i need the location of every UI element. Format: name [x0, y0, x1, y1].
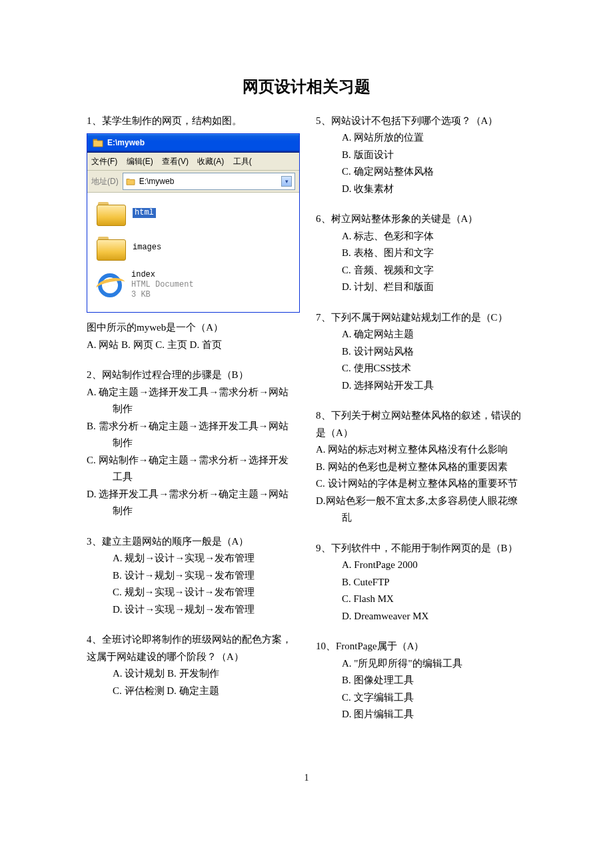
q1-options: A. 网站 B. 网页 C. 主页 D. 首页	[87, 337, 297, 354]
q1-prompt: 1、某学生制作的网页，结构如图。	[87, 113, 297, 130]
page-number: 1	[87, 770, 526, 786]
q5-opt-b: B. 版面设计	[342, 147, 526, 164]
question-5: 5、网站设计不包括下列哪个选项？（A） A. 网站所放的位置 B. 版面设计 C…	[316, 113, 526, 198]
q9-opt-a: A. FrontPage 2000	[342, 557, 526, 574]
xp-titlebar: E:\myweb	[87, 134, 299, 152]
menu-file: 文件(F)	[91, 157, 117, 166]
question-8: 8、下列关于树立网站整体风格的叙述，错误的是（A） A. 网站的标志对树立整体风…	[316, 407, 526, 527]
q9-options: A. FrontPage 2000 B. CuteFTP C. Flash MX…	[316, 557, 526, 625]
q7-opt-c: C. 使用CSS技术	[342, 360, 526, 377]
q10-prompt: 10、FrontPage属于（A）	[316, 638, 526, 655]
q8-opt-a: A. 网站的标志对树立整体风格没有什么影响	[342, 441, 526, 459]
q8-prompt: 8、下列关于树立网站整体风格的叙述，错误的是（A）	[316, 407, 526, 441]
folder-icon	[97, 201, 125, 225]
content-columns: 1、某学生制作的网页，结构如图。 E:\myweb 文件(F) 编辑(E) 查看…	[87, 113, 526, 737]
file-type: HTML Document	[131, 280, 194, 290]
menu-tools: 工具(	[233, 157, 252, 166]
q6-opt-c: C. 音频、视频和文字	[342, 262, 526, 279]
q9-prompt: 9、下列软件中，不能用于制作网页的是（B）	[316, 540, 526, 557]
xp-explorer-window: E:\myweb 文件(F) 编辑(E) 查看(V) 收藏(A) 工具( 地址(…	[87, 133, 300, 313]
q3-options: A. 规划→设计→实现→发布管理 B. 设计→规划→实现→发布管理 C. 规划→…	[87, 550, 297, 618]
q5-opt-d: D. 收集素材	[342, 181, 526, 198]
file-item-index: index HTML Document 3 KB	[97, 270, 293, 300]
menu-edit: 编辑(E)	[127, 157, 153, 166]
q6-opt-b: B. 表格、图片和文字	[342, 245, 526, 262]
q10-opt-c: C. 文字编辑工具	[342, 689, 526, 707]
q6-opt-d: D. 计划、栏目和版面	[342, 279, 526, 296]
q3-prompt: 3、建立主题网站的顺序一般是（A）	[87, 533, 297, 551]
file-name: html	[133, 208, 156, 218]
q2-opt-d: D. 选择开发工具→需求分析→确定主题→网站制作	[113, 486, 297, 520]
q9-opt-c: C. Flash MX	[342, 591, 526, 608]
q5-opt-c: C. 确定网站整体风格	[342, 163, 526, 181]
right-column: 5、网站设计不包括下列哪个选项？（A） A. 网站所放的位置 B. 版面设计 C…	[316, 113, 526, 737]
q3-opt-d: D. 设计→实现→规划→发布管理	[113, 601, 297, 619]
file-item-html: html	[97, 201, 293, 225]
q3-opt-a: A. 规划→设计→实现→发布管理	[113, 550, 297, 567]
left-column: 1、某学生制作的网页，结构如图。 E:\myweb 文件(F) 编辑(E) 查看…	[87, 113, 297, 737]
q4-prompt: 4、全班讨论即将制作的班级网站的配色方案，这属于网站建设的哪个阶段？（A）	[87, 631, 297, 665]
q8-opt-b: B. 网站的色彩也是树立整体风格的重要因素	[342, 459, 526, 476]
question-1: 1、某学生制作的网页，结构如图。 E:\myweb 文件(F) 编辑(E) 查看…	[87, 113, 297, 354]
ie-icon	[97, 272, 123, 299]
q7-opt-a: A. 确定网站主题	[342, 326, 526, 343]
menu-fav: 收藏(A)	[197, 157, 224, 166]
q2-opt-c: C. 网站制作→确定主题→需求分析→选择开发工具	[113, 452, 297, 486]
q10-opt-a: A. "所见即所得"的编辑工具	[342, 655, 526, 673]
question-7: 7、下列不属于网站建站规划工作的是（C） A. 确定网站主题 B. 设计网站风格…	[316, 309, 526, 395]
q10-opt-b: B. 图像处理工具	[342, 672, 526, 689]
q4-opt-line1: A. 设计规划 B. 开发制作	[113, 665, 297, 683]
q7-options: A. 确定网站主题 B. 设计网站风格 C. 使用CSS技术 D. 选择网站开发…	[316, 326, 526, 394]
q10-options: A. "所见即所得"的编辑工具 B. 图像处理工具 C. 文字编辑工具 D. 图…	[316, 655, 526, 723]
q4-options: A. 设计规划 B. 开发制作 C. 评估检测 D. 确定主题	[87, 665, 297, 699]
xp-menubar: 文件(F) 编辑(E) 查看(V) 收藏(A) 工具(	[87, 153, 299, 171]
q8-opt-d: D.网站色彩一般不宜太多,太多容易使人眼花缭乱	[342, 493, 526, 527]
xp-addressbar: 地址(D) E:\myweb ▾	[87, 171, 299, 193]
q8-opt-c: C. 设计网站的字体是树立整体风格的重要环节	[342, 475, 526, 493]
question-2: 2、网站制作过程合理的步骤是（B） A. 确定主题→选择开发工具→需求分析→网站…	[87, 367, 297, 520]
q9-opt-d: D. Dreamweaver MX	[342, 608, 526, 625]
q7-prompt: 7、下列不属于网站建站规划工作的是（C）	[316, 309, 526, 327]
folder-icon	[97, 235, 125, 259]
question-6: 6、树立网站整体形象的关键是（A） A. 标志、色彩和字体 B. 表格、图片和文…	[316, 211, 526, 296]
file-name: images	[133, 243, 161, 253]
q2-opt-b: B. 需求分析→确定主题→选择开发工具→网站制作	[113, 418, 297, 452]
q7-opt-d: D. 选择网站开发工具	[342, 377, 526, 395]
question-3: 3、建立主题网站的顺序一般是（A） A. 规划→设计→实现→发布管理 B. 设计…	[87, 533, 297, 619]
q6-options: A. 标志、色彩和字体 B. 表格、图片和文字 C. 音频、视频和文字 D. 计…	[316, 228, 526, 296]
q3-opt-b: B. 设计→规划→实现→发布管理	[113, 567, 297, 585]
question-9: 9、下列软件中，不能用于制作网页的是（B） A. FrontPage 2000 …	[316, 540, 526, 625]
question-4: 4、全班讨论即将制作的班级网站的配色方案，这属于网站建设的哪个阶段？（A） A.…	[87, 631, 297, 699]
menu-view: 查看(V)	[162, 157, 189, 166]
q6-prompt: 6、树立网站整体形象的关键是（A）	[316, 211, 526, 228]
q7-opt-b: B. 设计网站风格	[342, 343, 526, 361]
address-label: 地址(D)	[91, 175, 119, 188]
folder-icon	[93, 138, 103, 147]
q4-opt-line2: C. 评估检测 D. 确定主题	[113, 683, 297, 700]
address-field: E:\myweb ▾	[123, 173, 295, 190]
q5-prompt: 5、网站设计不包括下列哪个选项？（A）	[316, 113, 526, 130]
q8-options: A. 网站的标志对树立整体风格没有什么影响 B. 网站的色彩也是树立整体风格的重…	[316, 441, 526, 527]
xp-body: html images index HTML Document 3 K	[87, 193, 299, 312]
question-10: 10、FrontPage属于（A） A. "所见即所得"的编辑工具 B. 图像处…	[316, 638, 526, 723]
q5-opt-a: A. 网站所放的位置	[342, 129, 526, 147]
q3-opt-c: C. 规划→实现→设计→发布管理	[113, 584, 297, 601]
file-name: index	[131, 270, 194, 280]
q5-options: A. 网站所放的位置 B. 版面设计 C. 确定网站整体风格 D. 收集素材	[316, 129, 526, 197]
q1-after-img: 图中所示的myweb是一个（A）	[87, 319, 297, 337]
file-size: 3 KB	[131, 290, 194, 300]
page-title: 网页设计相关习题	[87, 73, 526, 101]
q10-opt-d: D. 图片编辑工具	[342, 706, 526, 723]
q9-opt-b: B. CuteFTP	[342, 574, 526, 591]
q6-opt-a: A. 标志、色彩和字体	[342, 228, 526, 245]
chevron-down-icon: ▾	[281, 176, 292, 187]
folder-icon	[126, 177, 135, 185]
q2-opt-a: A. 确定主题→选择开发工具→需求分析→网站制作	[113, 384, 297, 418]
address-value: E:\myweb	[139, 175, 175, 188]
q2-options: A. 确定主题→选择开发工具→需求分析→网站制作 B. 需求分析→确定主题→选择…	[87, 384, 297, 520]
xp-title-text: E:\myweb	[107, 136, 145, 149]
file-item-images: images	[97, 235, 293, 259]
q2-prompt: 2、网站制作过程合理的步骤是（B）	[87, 367, 297, 384]
